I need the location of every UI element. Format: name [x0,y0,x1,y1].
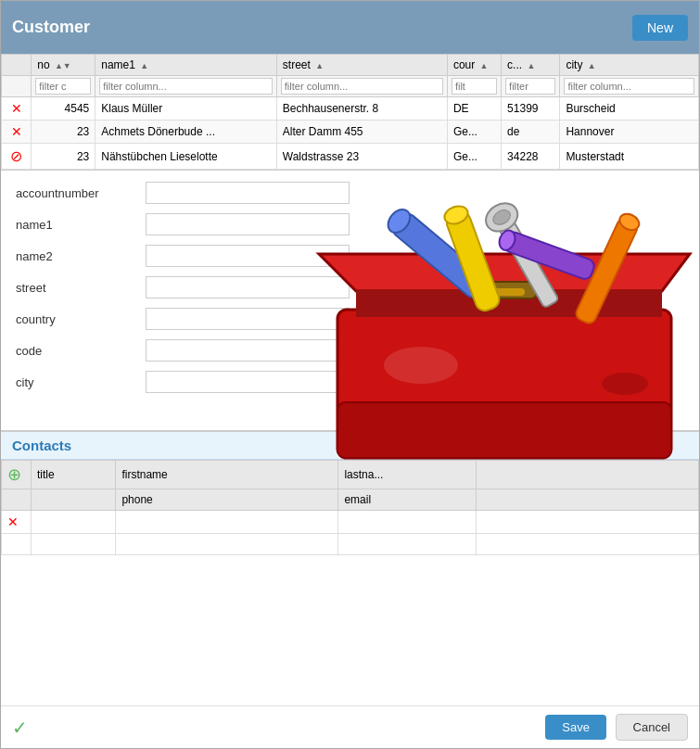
delete-row-icon[interactable]: ✕ [11,101,22,116]
contact-email-cell [338,534,477,555]
contacts-col-firstname: firstname [116,461,338,489]
form-label-name1: name1 [16,218,146,232]
contacts-col-phone-header [476,461,698,489]
cell-street: Bechhausenerstr. 8 [276,97,447,121]
form-label-street: street [16,281,146,295]
save-button[interactable]: Save [545,715,606,740]
sort-arrow-no: ▲▼ [55,61,71,70]
contacts-subheader-blank [2,489,32,511]
cell-code: 34228 [502,144,560,170]
contact-phone-cell [116,534,338,555]
form-section: accountnumbername1name2streetcountrycode… [1,171,699,430]
contact-action-cell-b [2,534,32,555]
form-row-name1: name1 [16,213,684,235]
contacts-subcol-blank [32,489,116,511]
filter-code-cell [502,76,560,97]
cell-city: Hannover [560,121,699,144]
form-input-country[interactable] [146,308,350,330]
row-action-cell: ✕ [2,121,32,144]
contacts-col-title: title [32,461,116,489]
form-label-country: country [16,312,146,326]
form-row-name2: name2 [16,245,684,267]
sort-arrow-code: ▲ [527,61,535,70]
contact-firstname-input[interactable] [121,515,332,528]
form-input-accountnumber[interactable] [146,182,350,204]
table-row[interactable]: ⊘23Nähstübchen LieselotteWaldstrasse 23G… [2,144,699,170]
cell-city: Burscheid [560,97,699,121]
contact-email-input[interactable] [344,538,470,551]
delete-row-icon[interactable]: ✕ [11,124,22,139]
title-bar: Customer New [1,1,699,54]
cell-country: Ge... [447,144,501,170]
contact-title-cell-b [32,534,116,555]
cancel-button[interactable]: Cancel [616,714,688,741]
form-label-code: code [16,344,146,358]
delete-contact-icon[interactable]: ✕ [7,514,19,529]
cell-country: Ge... [447,121,501,144]
filter-code-input[interactable] [505,78,555,95]
filter-street-input[interactable] [281,78,443,95]
cell-street: Waldstrasse 23 [276,144,447,170]
contacts-table: ⊕ title firstname lastna... phone email [1,460,699,555]
add-contact-icon[interactable]: ⊕ [7,465,21,484]
sort-arrow-city: ▲ [588,61,596,70]
cell-city: Musterstadt [560,144,699,170]
row-action-cell: ⊘ [2,144,32,170]
col-header-no[interactable]: no ▲▼ [32,55,95,76]
form-input-city[interactable] [146,371,350,393]
form-row-country: country [16,308,684,330]
cell-no: 23 [32,144,95,170]
col-add: ⊕ [2,461,32,489]
contacts-header-row: ⊕ title firstname lastna... [2,461,699,489]
filter-country-cell [447,76,501,97]
new-button[interactable]: New [632,15,688,41]
form-row-street: street [16,276,684,298]
cell-name1: Nähstübchen Lieselotte [95,144,277,170]
contacts-body: ✕ [2,511,699,555]
contact-extra-cell [476,511,698,534]
contact-lastname-input[interactable] [344,515,470,528]
filter-city-input[interactable] [564,78,694,95]
contacts-col-lastname: lastna... [338,461,477,489]
cell-code: de [502,121,560,144]
contacts-subheader-row: phone email [2,489,699,511]
filter-no-cell [32,76,95,97]
block-row-icon[interactable]: ⊘ [10,148,22,164]
col-header-country[interactable]: cour ▲ [447,55,501,76]
filter-street-cell [276,76,447,97]
filter-name1-cell [95,76,277,97]
filter-name1-input[interactable] [99,78,273,95]
cell-code: 51399 [502,97,560,121]
form-label-name2: name2 [16,249,146,263]
cell-no: 23 [32,121,95,144]
cell-no: 4545 [32,97,95,121]
contacts-section: Contacts ⊕ title firstname lastna... pho… [1,430,699,563]
form-input-street[interactable] [146,276,350,298]
filter-no-input[interactable] [35,78,91,95]
col-header-city[interactable]: city ▲ [560,55,699,76]
contact-row-1b [2,534,699,555]
window-title: Customer [12,18,90,37]
col-header-street[interactable]: street ▲ [276,55,447,76]
form-input-name2[interactable] [146,245,350,267]
sort-arrow-country: ▲ [480,61,489,70]
form-input-code[interactable] [146,339,350,362]
contact-title-input[interactable] [37,515,109,528]
table-row[interactable]: ✕23Achmets Dönerbude ...Alter Damm 455Ge… [2,121,699,144]
col-header-action [2,55,32,76]
form-input-name1[interactable] [146,213,350,235]
filter-action [2,76,32,97]
table-row[interactable]: ✕4545Klaus MüllerBechhausenerstr. 8DE513… [2,97,699,121]
contacts-subcol-extra [476,489,698,511]
customer-table-section: no ▲▼ name1 ▲ street ▲ cour ▲ c... ▲ cit… [1,54,699,171]
sort-arrow-street: ▲ [315,61,324,70]
filter-country-input[interactable] [452,78,497,95]
contact-phone-input[interactable] [121,538,332,551]
sort-arrow-name1: ▲ [140,61,148,70]
check-icon: ✓ [12,717,28,739]
col-header-name1[interactable]: name1 ▲ [95,55,277,76]
form-row-accountnumber: accountnumber [16,182,684,204]
col-header-code[interactable]: c... ▲ [502,55,560,76]
footer-buttons: Save Cancel [545,714,688,741]
contacts-header: Contacts [1,432,699,460]
